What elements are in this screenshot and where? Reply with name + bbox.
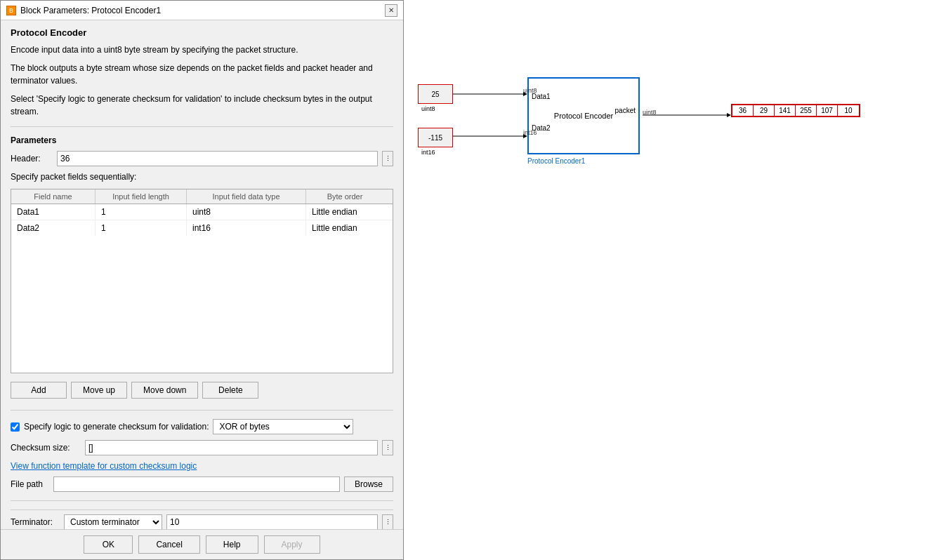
input1-block: 25 uint8 [418,84,453,104]
file-path-row: File path Browse [11,476,393,492]
dialog-title: Block Parameters: Protocol Encoder1 [20,6,161,15]
move-down-button[interactable]: Move down [131,382,198,399]
description1: Encode input data into a uint8 byte stre… [11,44,393,56]
table-cell: int16 [187,220,306,236]
description3: Select 'Specify logic to generate checks… [11,93,393,118]
terminator-value-input[interactable] [166,514,378,529]
port1-type: uint8 [523,87,537,94]
delete-button[interactable]: Delete [202,382,258,399]
packet-fields-table: Field name Input field length Input fiel… [11,189,393,373]
divider3 [11,500,393,501]
section-title: Protocol Encoder [11,27,393,38]
table-header: Field name Input field length Input fiel… [11,189,393,204]
params-label: Parameters [11,135,393,145]
titlebar-left: B Block Parameters: Protocol Encoder1 [6,6,161,15]
output-cell: 255 [796,105,817,116]
table-cell: Data2 [11,220,96,236]
encoder-name: Protocol Encoder1 [527,157,585,165]
arrows-svg [404,0,934,560]
header-label: Header: [11,154,53,164]
output-cell: 36 [732,105,754,116]
dialog-icon: B [6,6,16,15]
checksum-size-label: Checksum size: [11,443,81,453]
input2-value: -115 [428,134,442,142]
input1-type: uint8 [421,105,435,112]
help-button[interactable]: Help [206,535,258,554]
encoder-title: Protocol Encoder [554,112,613,120]
checksum-size-menu-btn[interactable]: ⋮ [382,440,393,455]
table-cell: Little endian [306,204,383,220]
view-template-link[interactable]: View function template for custom checks… [11,461,393,471]
terminator-label: Terminator: [11,517,60,527]
table-cell: 1 [96,204,187,220]
dialog-window: B Block Parameters: Protocol Encoder1 ✕ … [0,0,404,560]
encoder-block[interactable]: Data1 Data2 packet Protocol Encoder [527,77,640,154]
col-field-length: Input field length [96,189,187,204]
output-cell: 141 [775,105,796,116]
terminator-row: Terminator: NoneCRLFCR/LFCustom terminat… [11,509,393,529]
col-field-type: Input field data type [187,189,306,204]
table-empty-space [11,302,393,373]
cancel-button[interactable]: Cancel [138,535,199,554]
table-action-buttons: Add Move up Move down Delete [11,382,393,399]
col-field-name: Field name [11,189,96,204]
table-cell: Little endian [306,220,383,236]
description2: The block outputs a byte stream whose si… [11,62,393,87]
input1-value: 25 [431,91,439,98]
table-cell: Data1 [11,204,96,220]
checksum-label: Specify logic to generate checksum for v… [24,422,209,432]
file-path-input[interactable] [53,476,340,492]
checksum-row: Specify logic to generate checksum for v… [11,419,393,434]
table-label: Specify packet fields sequentially: [11,172,393,182]
table-cell: 1 [96,220,187,236]
checksum-checkbox[interactable] [11,422,20,432]
table-row[interactable]: Data11uint8Little endian [11,204,393,220]
simulink-canvas: 25 uint8 -115 int16 Data1 Data2 packet P… [404,0,934,560]
output-array: 362914125510710 [731,104,860,117]
close-button[interactable]: ✕ [385,4,397,17]
checksum-dropdown[interactable]: XOR of bytesSum of bytesCRC-8Custom [213,419,353,434]
apply-button[interactable]: Apply [264,535,320,554]
browse-button[interactable]: Browse [344,476,393,492]
divider2 [11,410,393,411]
dialog-titlebar: B Block Parameters: Protocol Encoder1 ✕ [1,1,403,20]
output-cell: 29 [754,105,775,116]
header-input[interactable] [57,151,378,166]
divider1 [11,126,393,127]
out-type: uint8 [643,109,657,116]
col-byte-order: Byte order [306,189,383,204]
checksum-size-row: Checksum size: ⋮ [11,440,393,455]
output-cell: 10 [838,105,859,116]
terminator-dropdown[interactable]: NoneCRLFCR/LFCustom terminator [64,514,162,529]
dialog-body: Protocol Encoder Encode input data into … [1,20,403,529]
dialog-footer: OK Cancel Help Apply [1,529,403,559]
header-menu-btn[interactable]: ⋮ [382,151,393,166]
checksum-size-input[interactable] [85,440,378,455]
ok-button[interactable]: OK [84,535,133,554]
encoder-out-label: packet [615,107,636,114]
terminator-menu-btn[interactable]: ⋮ [382,514,393,529]
file-path-label: File path [11,479,49,489]
table-row[interactable]: Data21int16Little endian [11,220,393,236]
input2-block: -115 int16 [418,128,453,147]
port2-type: int16 [523,129,537,136]
output-cell: 107 [817,105,838,116]
add-button[interactable]: Add [11,382,67,399]
move-up-button[interactable]: Move up [71,382,127,399]
header-row: Header: ⋮ [11,151,393,166]
table-cell: uint8 [187,204,306,220]
table-body: Data11uint8Little endianData21int16Littl… [11,204,393,302]
input2-type: int16 [421,149,435,156]
